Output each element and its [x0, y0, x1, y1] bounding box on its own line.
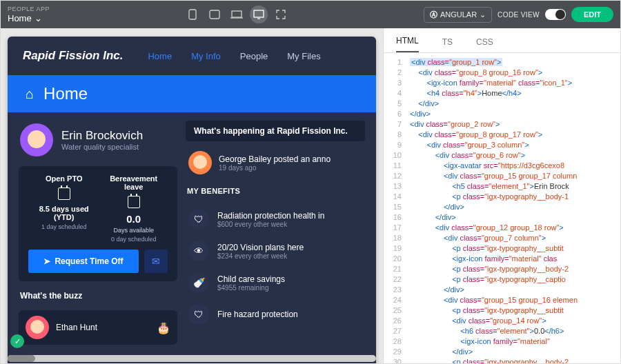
- preview-frame: Rapid Fission Inc. Home My Info People M…: [8, 37, 376, 363]
- chevron-down-icon: ⌄: [34, 13, 42, 24]
- benefit-icon: 🛡: [188, 209, 209, 230]
- nav-myinfo[interactable]: My Info: [191, 51, 221, 61]
- benefit-item[interactable]: 👁20/20 Vision plans here$234 every other…: [186, 235, 365, 267]
- preview-pane: Rapid Fission Inc. Home My Info People M…: [1, 28, 383, 363]
- svg-rect-2: [232, 11, 241, 17]
- avatar: [26, 316, 49, 339]
- calendar-icon: [58, 188, 70, 200]
- pto-ber-head: Bereavement leave: [99, 174, 168, 191]
- avatar: [188, 151, 212, 174]
- request-btn-label: Request Time Off: [55, 256, 123, 266]
- benefit-item[interactable]: 🛡Fire hazard protection: [186, 299, 365, 330]
- nav-myfiles[interactable]: My Files: [287, 51, 320, 61]
- buzz-item[interactable]: Ethan Hunt 🎂: [19, 310, 177, 345]
- code-view-label: CODE VIEW: [497, 11, 540, 19]
- mail-button[interactable]: ✉: [144, 250, 168, 273]
- framework-name: ANGULAR: [440, 10, 477, 19]
- tab-ts[interactable]: TS: [442, 37, 453, 52]
- chevron-down-icon: ⌄: [480, 10, 486, 19]
- pto-card: Open PTO 8.5 days used (YTD) 1 day sched…: [19, 166, 177, 281]
- happening-sub: 19 days ago: [219, 164, 331, 172]
- tab-html[interactable]: HTML: [396, 36, 419, 52]
- site-nav: Rapid Fission Inc. Home My Info People M…: [8, 37, 376, 75]
- page-title: Home: [43, 84, 88, 103]
- benefit-icon: 👁: [188, 241, 209, 261]
- topbar-title-block: PEOPLE APP Home ⌄: [8, 6, 50, 23]
- code-editor[interactable]: 1234567891011121314151617181920212223242…: [384, 53, 620, 363]
- app-root: PEOPLE APP Home ⌄ Ⓐ ANGULAR ⌄ CODE VIEW …: [0, 0, 621, 364]
- avatar: [20, 123, 53, 156]
- page-banner: ⌂ Home: [8, 75, 376, 112]
- expand-button[interactable]: [272, 6, 290, 23]
- benefit-sub: $600 every other week: [217, 221, 324, 228]
- code-view-toggle[interactable]: [545, 9, 566, 20]
- status-ok-badge: ✓: [10, 334, 24, 348]
- site-logo: Rapid Fission Inc.: [23, 49, 123, 63]
- nav-home[interactable]: Home: [148, 51, 172, 61]
- buzz-heading: What's the buzz: [19, 288, 177, 303]
- content: Rapid Fission Inc. Home My Info People M…: [1, 28, 620, 363]
- right-column: What's happening at Rapid Fission Inc. G…: [186, 121, 365, 345]
- left-column: Erin Brockovich Water quality specialist…: [19, 121, 177, 345]
- profile-header: Erin Brockovich Water quality specialist: [19, 121, 177, 159]
- profile-role: Water quality specialist: [61, 143, 143, 151]
- benefit-title: Fire hazard protection: [217, 310, 298, 319]
- pto-ber-sm: 0 day scheduled: [111, 236, 157, 243]
- benefit-icon: 🍼: [188, 272, 209, 293]
- nav-people[interactable]: People: [240, 51, 268, 61]
- cake-icon: 🎂: [157, 321, 170, 334]
- edit-button[interactable]: EDIT: [571, 7, 613, 22]
- benefit-item[interactable]: 🍼Child care savings$4955 remaining: [186, 267, 365, 299]
- benefit-icon: 🛡: [188, 304, 209, 325]
- angular-icon: Ⓐ: [430, 10, 437, 20]
- scrollbar-thumb[interactable]: [8, 355, 35, 362]
- svg-rect-0: [189, 10, 196, 19]
- benefits-heading: MY BENEFITS: [186, 184, 365, 198]
- happening-heading: What's happening at Rapid Fission Inc.: [186, 121, 365, 141]
- benefit-item[interactable]: 🛡Radiation protection health in$600 ever…: [186, 203, 365, 235]
- line-gutter: 1234567891011121314151617181920212223242…: [384, 53, 407, 363]
- send-icon: ➤: [43, 256, 50, 266]
- svg-rect-1: [210, 10, 219, 19]
- benefit-sub: $4955 remaining: [217, 284, 285, 292]
- device-preview-group: [50, 6, 424, 23]
- benefit-title: 20/20 Vision plans here: [217, 243, 304, 252]
- benefit-title: Radiation protection health in: [217, 211, 324, 221]
- horizontal-scrollbar[interactable]: [8, 355, 376, 362]
- tab-css[interactable]: CSS: [476, 37, 493, 52]
- pto-open-big: 8.5 days used (YTD): [28, 205, 99, 221]
- request-time-off-button[interactable]: ➤ Request Time Off: [28, 250, 139, 273]
- device-laptop-button[interactable]: [228, 6, 246, 23]
- device-desktop-button[interactable]: [250, 6, 268, 23]
- happening-title: George Bailey posted an anno: [219, 154, 331, 164]
- calendar-icon: [128, 196, 140, 208]
- mail-icon: ✉: [152, 256, 160, 267]
- profile-name: Erin Brockovich: [61, 129, 143, 143]
- device-phone-button[interactable]: [184, 6, 201, 23]
- device-tablet-button[interactable]: [206, 6, 224, 23]
- code-pane: HTML TS CSS 1234567891011121314151617181…: [383, 28, 620, 363]
- section-dropdown[interactable]: Home ⌄: [8, 13, 50, 24]
- pto-open-sm: 1 day scheduled: [41, 223, 87, 230]
- benefit-title: Child care savings: [217, 274, 285, 284]
- happening-item[interactable]: George Bailey posted an anno 19 days ago: [186, 147, 365, 179]
- benefits-list: 🛡Radiation protection health in$600 ever…: [186, 203, 365, 330]
- svg-rect-4: [254, 10, 264, 17]
- home-icon: ⌂: [26, 86, 34, 102]
- topbar: PEOPLE APP Home ⌄ Ⓐ ANGULAR ⌄ CODE VIEW …: [1, 1, 620, 28]
- benefit-sub: $234 every other week: [217, 252, 304, 260]
- framework-dropdown[interactable]: Ⓐ ANGULAR ⌄: [424, 7, 492, 23]
- code-lines: <div class="group_1 row"> <div class="gr…: [407, 53, 620, 363]
- topbar-right: Ⓐ ANGULAR ⌄ CODE VIEW EDIT: [424, 7, 613, 23]
- app-label: PEOPLE APP: [8, 6, 50, 13]
- pto-ber-sub: Days available: [113, 227, 154, 234]
- code-tabs: HTML TS CSS: [384, 28, 620, 53]
- pto-open-head: Open PTO: [46, 174, 83, 183]
- section-label: Home: [8, 13, 32, 24]
- pto-ber-big: 0.0: [126, 213, 141, 225]
- buzz-item-name: Ethan Hunt: [56, 323, 97, 332]
